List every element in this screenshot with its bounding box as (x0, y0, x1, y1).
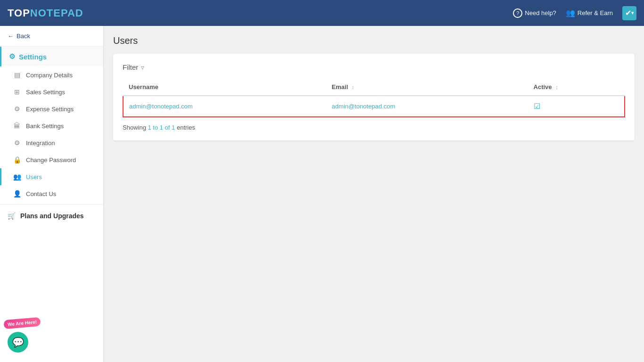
entries-info: Showing 1 to 1 of 1 entries (123, 124, 625, 131)
company-details-icon: ▤ (13, 71, 21, 79)
sidebar-item-label: Expense Settings (26, 106, 74, 113)
need-help-link[interactable]: ? Need help? (513, 8, 556, 18)
avatar-icon: ✔ (625, 8, 631, 17)
users-icon: 👥 (13, 173, 21, 181)
entries-suffix: entries (175, 124, 195, 131)
table-head: Username Email ↕ Active ↕ (123, 79, 625, 96)
users-card: Filter ▿ Username Email ↕ Active (113, 54, 635, 140)
user-avatar[interactable]: ✔ ▾ (622, 6, 636, 20)
sidebar-item-label: Users (26, 173, 42, 181)
plans-label: Plans and Upgrades (20, 212, 84, 220)
help-icon: ? (513, 8, 522, 18)
expense-settings-icon: ⚙ (13, 105, 21, 113)
refer-icon: 👥 (566, 8, 575, 17)
active-checkbox: ☑ (534, 102, 540, 110)
sidebar-item-users[interactable]: 👥 Users (0, 168, 103, 185)
settings-section: ⚙ Settings (0, 47, 103, 66)
col-active: Active ↕ (528, 79, 625, 96)
sidebar-item-bank-settings[interactable]: 🏛 Bank Settings (0, 117, 103, 134)
sidebar-divider (0, 204, 103, 205)
sidebar-item-integration[interactable]: ⚙ Integration (0, 134, 103, 151)
logo: TopNotepad (8, 7, 83, 19)
active-sort-icon: ↕ (555, 84, 558, 90)
back-arrow-icon: ← (8, 33, 14, 40)
sidebar-item-sales-settings[interactable]: ⊞ Sales Settings (0, 83, 103, 100)
change-password-icon: 🔒 (13, 156, 21, 164)
settings-label: Settings (19, 53, 47, 61)
sidebar-item-label: Integration (26, 140, 55, 147)
refer-earn-label: Refer & Earn (578, 9, 613, 16)
sidebar-item-label: Bank Settings (26, 123, 64, 130)
cell-email: admin@tonotepad.com (326, 96, 528, 117)
avatar-dropdown: ▾ (631, 10, 634, 16)
logo-bottom: Notepad (30, 7, 83, 19)
bank-settings-icon: 🏛 (13, 122, 21, 130)
contact-us-icon: 👤 (13, 190, 21, 197)
col-active-label: Active (534, 83, 552, 90)
plans-icon: 🛒 (8, 212, 16, 220)
filter-icon: ▿ (141, 64, 144, 71)
sidebar: ← Back ⚙ Settings ▤ Company Details ⊞ Sa… (0, 26, 104, 362)
logo-top: Top (8, 7, 30, 19)
email-link[interactable]: admin@tonotepad.com (332, 103, 396, 110)
cell-active: ☑ (528, 96, 625, 117)
sidebar-item-change-password[interactable]: 🔒 Change Password (0, 151, 103, 168)
back-button[interactable]: ← Back (0, 26, 103, 47)
entries-range: 1 to 1 of 1 (148, 124, 175, 131)
refer-earn-link[interactable]: 👥 Refer & Earn (566, 8, 613, 17)
we-are-here-bubble: We Are Here! (3, 317, 41, 329)
entries-prefix: Showing (123, 124, 148, 131)
sales-settings-icon: ⊞ (13, 88, 21, 96)
integration-icon: ⚙ (13, 139, 21, 147)
username-link[interactable]: admin@tonotepad.com (129, 103, 193, 110)
email-sort-icon: ↕ (352, 84, 355, 90)
we-are-here-widget[interactable]: We Are Here! 💬 (8, 332, 28, 353)
sidebar-item-expense-settings[interactable]: ⚙ Expense Settings (0, 100, 103, 117)
sidebar-item-label: Contact Us (26, 190, 56, 197)
layout: ← Back ⚙ Settings ▤ Company Details ⊞ Sa… (0, 26, 644, 362)
sidebar-item-label: Sales Settings (26, 89, 65, 96)
col-username-label: Username (129, 83, 158, 90)
filter-label: Filter (123, 63, 138, 71)
settings-icon: ⚙ (9, 52, 15, 61)
page-title: Users (113, 35, 635, 46)
users-table: Username Email ↕ Active ↕ (123, 79, 625, 117)
sidebar-item-label: Company Details (26, 72, 73, 79)
cell-username: admin@tonotepad.com (123, 96, 326, 117)
chat-icon: 💬 (8, 332, 28, 353)
sidebar-item-label: Change Password (26, 156, 76, 164)
main-content: Users Filter ▿ Username Email ↕ (104, 26, 644, 362)
need-help-label: Need help? (525, 9, 556, 16)
header-right: ? Need help? 👥 Refer & Earn ✔ ▾ (513, 6, 636, 20)
table-header-row: Username Email ↕ Active ↕ (123, 79, 625, 96)
header: TopNotepad ? Need help? 👥 Refer & Earn ✔… (0, 0, 644, 26)
col-username: Username (123, 79, 326, 96)
back-label: Back (17, 33, 30, 40)
col-email: Email ↕ (326, 79, 528, 96)
sidebar-footer: We Are Here! 💬 (0, 322, 103, 362)
plans-upgrades-link[interactable]: 🛒 Plans and Upgrades (0, 206, 103, 225)
col-email-label: Email (332, 83, 348, 90)
sidebar-item-company-details[interactable]: ▤ Company Details (0, 66, 103, 83)
table-body: admin@tonotepad.com admin@tonotepad.com … (123, 96, 625, 117)
filter-header: Filter ▿ (123, 63, 625, 71)
table-row[interactable]: admin@tonotepad.com admin@tonotepad.com … (123, 96, 625, 117)
sidebar-item-contact-us[interactable]: 👤 Contact Us (0, 185, 103, 202)
